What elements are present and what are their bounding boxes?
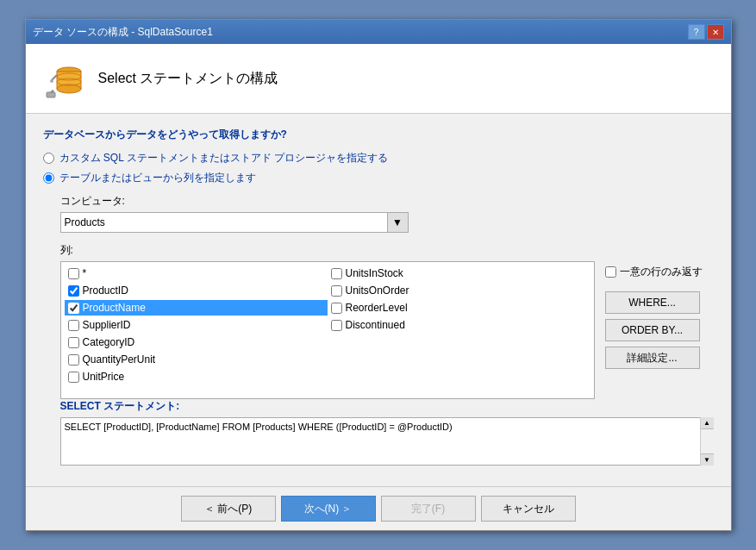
sql-label: SELECT ステートメント:: [60, 399, 714, 414]
col-label-col-productname: ProductName: [83, 302, 146, 314]
column-item-col-reorderlevel[interactable]: ReorderLevel: [328, 300, 590, 316]
sql-section: SELECT ステートメント: SELECT [ProductID], [Pro…: [60, 399, 714, 466]
col-checkbox-col-unitprice[interactable]: [68, 372, 79, 383]
radio-custom-label[interactable]: カスタム SQL ステートメントまたはストアド プロシージャを指定する: [59, 151, 389, 166]
back-button[interactable]: ＜ 前へ(P): [181, 496, 276, 522]
col-label-col-categoryid: CategoryID: [83, 336, 135, 348]
svg-point-4: [57, 84, 81, 93]
column-item-col-productid[interactable]: ProductID: [65, 283, 328, 298]
col-checkbox-col-reorderlevel[interactable]: [331, 303, 342, 314]
col-label-col-quantityperunit: QuantityPerUnit: [83, 353, 156, 366]
radio-group: カスタム SQL ステートメントまたはストアド プロシージャを指定する テーブル…: [43, 151, 714, 185]
close-button[interactable]: ✕: [707, 24, 724, 40]
main-dialog: データ ソースの構成 - SqlDataSource1 ? ✕: [25, 19, 732, 531]
col-label-col-productid: ProductID: [83, 284, 128, 297]
radio-table-label[interactable]: テーブルまたはビューから列を指定します: [59, 171, 256, 185]
col-label-col-reorderlevel: ReorderLevel: [346, 302, 408, 314]
col-label-col-discontinued: Discontinued: [346, 319, 405, 331]
radio-custom-input[interactable]: [43, 153, 54, 164]
finish-button[interactable]: 完了(F): [381, 496, 476, 522]
scroll-up-arrow[interactable]: ▲: [701, 417, 714, 429]
col-checkbox-col-unitsinstock[interactable]: [331, 268, 342, 279]
title-bar-buttons: ? ✕: [688, 24, 724, 40]
header-title: Select ステートメントの構成: [98, 70, 278, 88]
radio-table-input[interactable]: [43, 172, 54, 184]
unique-rows-checkbox[interactable]: [605, 266, 616, 278]
question-label: データベースからデータをどうやって取得しますか?: [43, 128, 714, 142]
table-dropdown[interactable]: Products: [60, 212, 388, 233]
dropdown-arrow-icon[interactable]: ▼: [388, 212, 409, 233]
col-checkbox-col-productname[interactable]: [68, 303, 79, 314]
col-checkbox-col-categoryid[interactable]: [68, 337, 79, 348]
radio-custom: カスタム SQL ステートメントまたはストアド プロシージャを指定する: [43, 151, 714, 166]
advanced-button[interactable]: 詳細設定...: [605, 347, 700, 369]
column-item-col-quantityperunit[interactable]: QuantityPerUnit: [65, 352, 328, 367]
col-label-col-star: *: [83, 267, 87, 279]
next-button[interactable]: 次へ(N) ＞: [281, 496, 376, 522]
column-item-col-categoryid[interactable]: CategoryID: [65, 334, 328, 350]
column-item-col-unitprice[interactable]: UnitPrice: [65, 369, 328, 384]
column-item-col-unitsonorder[interactable]: UnitsOnOrder: [328, 283, 590, 298]
database-icon: [43, 58, 84, 99]
col-label-col-unitsonorder: UnitsOnOrder: [346, 284, 409, 297]
columns-left: *ProductIDProductNameSupplierIDCategoryI…: [65, 266, 328, 395]
cancel-button[interactable]: キャンセル: [481, 496, 576, 522]
col-label-col-unitsinstock: UnitsInStock: [346, 267, 403, 279]
help-button[interactable]: ?: [688, 24, 705, 40]
col-checkbox-col-unitsonorder[interactable]: [331, 285, 342, 297]
column-item-col-discontinued[interactable]: Discontinued: [328, 317, 590, 333]
sql-scrollbar[interactable]: ▲ ▼: [700, 417, 714, 466]
col-checkbox-col-star[interactable]: [68, 268, 79, 279]
columns-right: UnitsInStockUnitsOnOrderReorderLevelDisc…: [328, 266, 590, 395]
window-title: データ ソースの構成 - SqlDataSource1: [33, 25, 213, 40]
table-dropdown-container: Products ▼: [60, 212, 714, 233]
col-checkbox-col-discontinued[interactable]: [331, 320, 342, 331]
col-label-col-unitprice: UnitPrice: [83, 371, 125, 383]
table-field-label: コンピュータ:: [60, 194, 714, 209]
col-checkbox-col-quantityperunit[interactable]: [68, 354, 79, 366]
columns-area: *ProductIDProductNameSupplierIDCategoryI…: [60, 261, 714, 399]
sql-statement-text: SELECT [ProductID], [ProductName] FROM […: [65, 422, 453, 432]
unique-rows-row: 一意の行のみ返す: [605, 265, 703, 279]
dialog-body: データベースからデータをどうやって取得しますか? カスタム SQL ステートメン…: [26, 114, 731, 486]
where-button[interactable]: WHERE...: [605, 291, 700, 314]
radio-table: テーブルまたはビューから列を指定します: [43, 171, 714, 185]
columns-list: *ProductIDProductNameSupplierIDCategoryI…: [60, 261, 595, 399]
column-item-col-supplierid[interactable]: SupplierID: [65, 317, 328, 333]
unique-rows-label: 一意の行のみ返す: [620, 265, 703, 279]
table-subsection: コンピュータ: Products ▼ 列: *ProductIDProductN…: [60, 194, 714, 466]
column-item-col-productname[interactable]: ProductName: [65, 300, 328, 316]
col-checkbox-col-productid[interactable]: [68, 285, 79, 297]
columns-field-label: 列:: [60, 243, 714, 258]
sql-box-container: SELECT [ProductID], [ProductName] FROM […: [60, 417, 714, 466]
orderby-button[interactable]: ORDER BY...: [605, 319, 700, 341]
col-checkbox-col-supplierid[interactable]: [68, 320, 79, 331]
right-buttons-panel: 一意の行のみ返す WHERE... ORDER BY... 詳細設定...: [605, 261, 703, 399]
dialog-header: Select ステートメントの構成: [26, 44, 731, 114]
title-bar: データ ソースの構成 - SqlDataSource1 ? ✕: [26, 20, 731, 44]
col-label-col-supplierid: SupplierID: [83, 319, 131, 331]
scroll-down-arrow[interactable]: ▼: [701, 453, 714, 466]
sql-statement-box: SELECT [ProductID], [ProductName] FROM […: [60, 417, 714, 466]
column-item-col-unitsinstock[interactable]: UnitsInStock: [328, 266, 590, 281]
svg-rect-1: [47, 92, 55, 97]
column-item-col-star[interactable]: *: [65, 266, 328, 281]
dialog-footer: ＜ 前へ(P) 次へ(N) ＞ 完了(F) キャンセル: [26, 486, 731, 530]
svg-point-8: [50, 79, 53, 83]
svg-line-7: [52, 75, 57, 80]
